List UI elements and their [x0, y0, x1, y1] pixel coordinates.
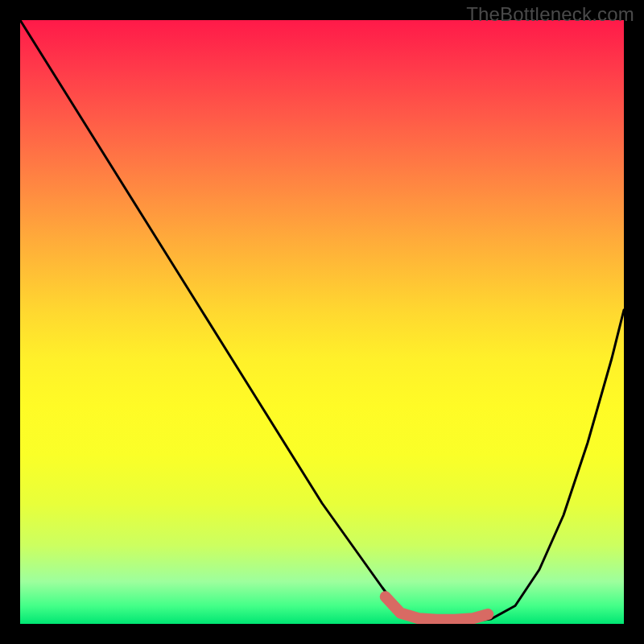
curve-layer [20, 20, 624, 624]
plot-area [20, 20, 624, 624]
bottleneck-curve [20, 20, 624, 621]
minimum-overlay [386, 597, 489, 620]
chart-frame: TheBottleneck.com [0, 0, 644, 644]
watermark-text: TheBottleneck.com [466, 3, 634, 26]
